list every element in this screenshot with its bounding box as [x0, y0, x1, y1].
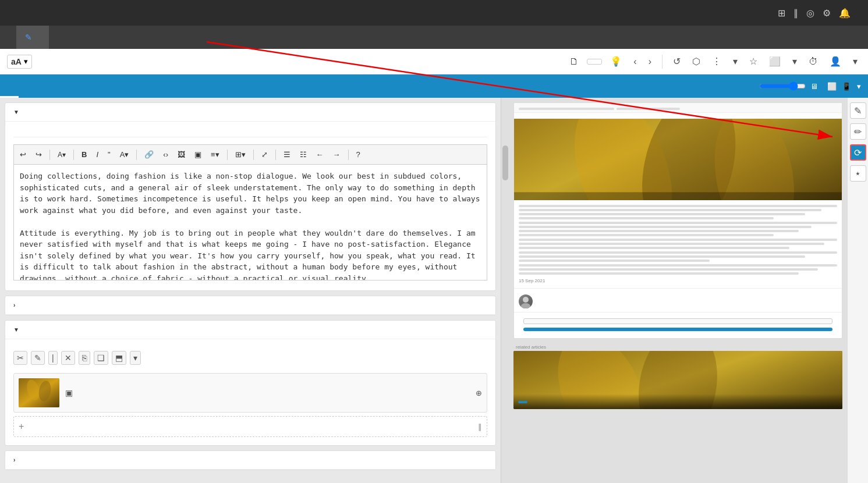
list-ul-btn[interactable]: ☰ [280, 148, 294, 161]
tab-more[interactable] [37, 74, 56, 98]
media-move-btn[interactable]: ⬒ [112, 351, 126, 365]
list-ol-btn[interactable]: ☷ [296, 148, 310, 161]
preview-bar: 🖥 ⬜ 📱 ▾ [752, 74, 868, 98]
video-btn[interactable]: ▣ [191, 148, 205, 161]
svg-rect-7 [514, 192, 842, 200]
star-icon[interactable]: ☆ [746, 56, 761, 67]
article-text-editor[interactable]: Doing collections, doing fashion is like… [13, 164, 487, 280]
text-editor-toolbar: ↩ ↪ A▾ B I " A▾ 🔗 ‹› 🖼 ▣ ≡▾ ⊞▾ [13, 144, 487, 164]
clock-icon[interactable]: ⏱ [805, 56, 821, 67]
media-copy-btn[interactable]: ⎘ [79, 351, 90, 365]
far-right-sidebar: ✎ ✏ ⟳ ⭑ [847, 98, 868, 483]
undo-btn[interactable]: ↩ [16, 148, 30, 161]
preview-card-1: 15 Sep 2021 [513, 102, 842, 339]
preview-article-title [514, 113, 842, 119]
details-section: ▼ ↩ ↪ A▾ B I " A▾ [5, 102, 496, 291]
bell-icon[interactable]: 🔔 [839, 8, 851, 19]
font-size-icon: aA [11, 57, 22, 66]
article-title-value[interactable] [13, 132, 487, 137]
preview-container: 15 Sep 2021 [509, 98, 847, 418]
left-panel: ▼ ↩ ↪ A▾ B I " A▾ [0, 98, 501, 483]
nav-forward-icon[interactable]: › [645, 56, 655, 67]
bold-btn[interactable]: B [78, 148, 90, 161]
media-delete-btn[interactable]: ✕ [61, 351, 75, 365]
preview-slider[interactable] [759, 81, 806, 91]
redo-btn[interactable]: ↪ [32, 148, 45, 161]
svg-point-9 [521, 303, 530, 308]
sidebar-star-btn[interactable]: ⭑ [850, 165, 866, 182]
preview-loadmore-btn[interactable] [518, 401, 527, 403]
expand-btn[interactable]: ⤢ [258, 148, 271, 161]
teaser-header[interactable]: › [5, 296, 495, 315]
font-size-chevron[interactable]: ▾ [24, 57, 28, 66]
outdent-btn[interactable]: ← [313, 148, 327, 161]
preview-comment-box[interactable] [523, 318, 832, 324]
authors-chevron: › [13, 457, 15, 463]
media-separator-btn[interactable]: | [48, 351, 58, 365]
details-header[interactable]: ▼ [5, 103, 495, 122]
table-btn[interactable]: ⊞▾ [232, 148, 249, 161]
bars-icon[interactable]: ∥ [793, 8, 798, 19]
left-scrollbar[interactable] [501, 98, 509, 483]
align-btn[interactable]: ≡▾ [207, 148, 223, 161]
grid-icon[interactable]: ⊞ [778, 8, 785, 19]
sidebar-edit-btn[interactable]: ✎ [850, 102, 866, 119]
authors-header[interactable]: › [5, 451, 495, 470]
preview-text-block: 15 Sep 2021 [514, 200, 842, 288]
tab-aurora[interactable] [0, 26, 17, 49]
link-btn[interactable]: 🔗 [141, 148, 157, 161]
media-type-icon: ▣ [65, 388, 73, 397]
image-btn[interactable]: 🖼 [174, 148, 189, 161]
bulb-icon[interactable]: 💡 [607, 56, 625, 67]
teaser-chevron: › [13, 302, 15, 308]
details-body: ↩ ↪ A▾ B I " A▾ 🔗 ‹› 🖼 ▣ ≡▾ ⊞▾ [5, 122, 495, 290]
person-icon[interactable]: 👤 [826, 56, 845, 67]
preview-hero-image [514, 119, 842, 200]
details-chevron: ▼ [13, 109, 19, 115]
article-icon: 🗋 [566, 56, 582, 67]
tab-content[interactable] [0, 74, 19, 98]
media-duplicate-btn[interactable]: ❑ [94, 351, 108, 365]
gear-icon[interactable]: ⚙ [823, 8, 831, 19]
desktop-preview-icon: 🖥 [810, 82, 818, 91]
share-chevron[interactable]: ▾ [729, 56, 741, 67]
font-size-btn[interactable]: A▾ [54, 149, 69, 161]
tab-metadata[interactable] [19, 74, 37, 98]
external-link-icon[interactable]: ⬡ [689, 56, 704, 67]
preview-related-label: related articles [513, 343, 842, 351]
media-item-globe-icon[interactable]: ⊕ [476, 389, 482, 397]
target-icon[interactable]: ◎ [806, 8, 814, 19]
preview-author-row [519, 294, 837, 308]
indent-btn[interactable]: → [330, 148, 344, 161]
refresh-icon[interactable]: ↺ [669, 56, 684, 67]
preview-icons: ⬜ 📱 ▾ [827, 82, 861, 91]
media-more-btn[interactable]: ▾ [130, 351, 141, 365]
share-icon[interactable]: ⋮ [708, 56, 725, 67]
add-icon: + [19, 421, 24, 432]
article-dropdown[interactable] [587, 59, 602, 65]
sidebar-pencil-btn[interactable]: ✏ [850, 123, 866, 140]
media-body: ✂ ✎ | ✕ ⎘ ❑ ⬒ ▾ [5, 339, 495, 445]
help-btn[interactable]: ? [353, 148, 364, 161]
nav-back-icon[interactable]: ‹ [630, 56, 640, 67]
media-header[interactable]: ▼ [5, 321, 495, 339]
preview-chevron[interactable]: ▾ [857, 82, 861, 91]
preview-submit-comment[interactable] [523, 328, 832, 331]
media-edit-btn[interactable]: ✎ [31, 351, 45, 365]
text-color-btn[interactable]: A▾ [116, 148, 133, 161]
mobile-icon[interactable]: 📱 [842, 82, 851, 91]
media-chevron: ▼ [13, 326, 19, 333]
quote-btn[interactable]: " [104, 148, 114, 161]
embed-btn[interactable]: ‹› [160, 148, 172, 161]
media-cut-btn[interactable]: ✂ [13, 351, 27, 365]
preview-range-input[interactable] [759, 81, 806, 91]
tablet-icon[interactable]: ⬜ [827, 82, 837, 91]
person-chevron[interactable]: ▾ [849, 56, 861, 67]
sidebar-sync-btn[interactable]: ⟳ [850, 144, 866, 161]
media-add-area[interactable]: + ∥ [13, 416, 487, 437]
preview-hero2-overlay [513, 394, 842, 409]
italic-btn[interactable]: I [93, 148, 102, 161]
image-chevron[interactable]: ▾ [789, 56, 800, 67]
media-item: ▣ ⊕ [13, 373, 487, 413]
tab-gold[interactable]: ✎ [17, 26, 49, 49]
